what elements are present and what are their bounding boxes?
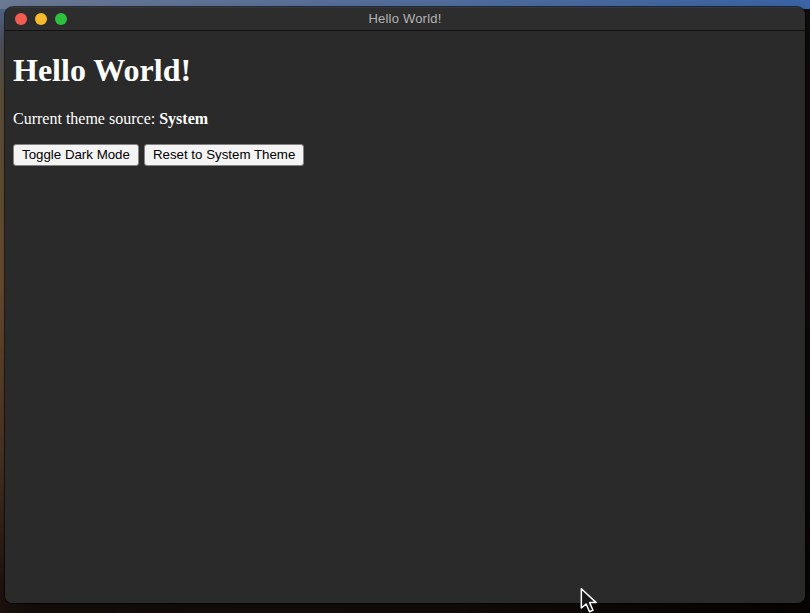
theme-status-label: Current theme source: bbox=[13, 110, 159, 127]
theme-source-value: System bbox=[159, 110, 208, 127]
app-window: Hello World! Hello World! Current theme … bbox=[5, 7, 805, 603]
page-heading: Hello World! bbox=[13, 52, 797, 89]
button-row: Toggle Dark ModeReset to System Theme bbox=[13, 144, 797, 166]
zoom-button[interactable] bbox=[55, 13, 67, 25]
theme-status: Current theme source: System bbox=[13, 110, 797, 128]
page-content: Hello World! Current theme source: Syste… bbox=[5, 31, 805, 603]
minimize-button[interactable] bbox=[35, 13, 47, 25]
close-button[interactable] bbox=[15, 13, 27, 25]
reset-to-system-theme-button[interactable]: Reset to System Theme bbox=[144, 144, 304, 166]
titlebar[interactable]: Hello World! bbox=[5, 7, 805, 31]
traffic-lights bbox=[15, 7, 67, 30]
window-title: Hello World! bbox=[5, 11, 805, 26]
toggle-dark-mode-button[interactable]: Toggle Dark Mode bbox=[13, 144, 139, 166]
